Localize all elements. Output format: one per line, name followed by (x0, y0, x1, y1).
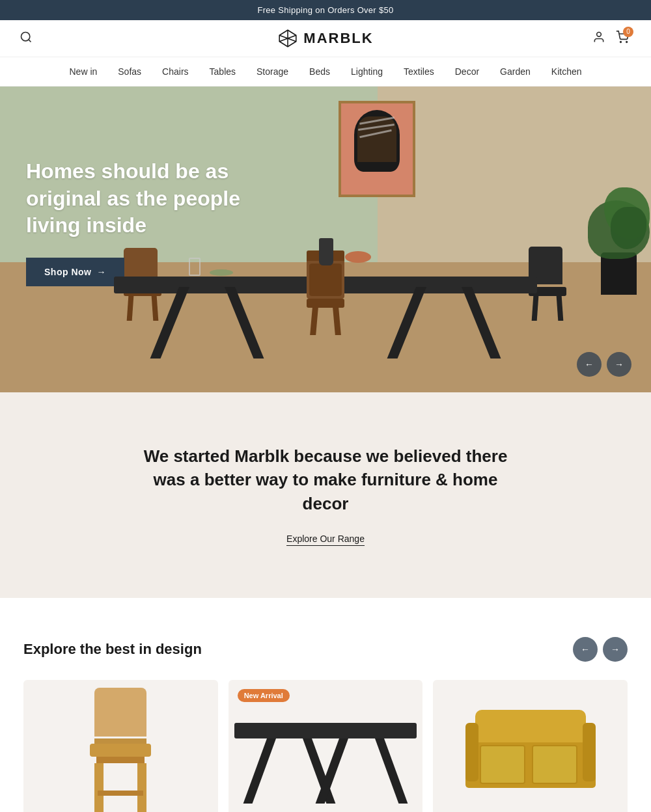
product-card-chair[interactable] (23, 680, 218, 812)
nav-item-chairs[interactable]: Chairs (162, 66, 188, 77)
products-prev-button[interactable]: ← (573, 637, 598, 662)
announcement-bar: Free Shipping on Orders Over $50 (0, 0, 651, 20)
next-arrow-icon: → (615, 359, 624, 370)
products-nav: ← → (573, 637, 628, 662)
products-section: Explore the best in design ← → (0, 598, 651, 812)
mission-section: We started Marblk because we believed th… (0, 392, 651, 598)
products-prev-icon: ← (581, 644, 590, 655)
site-logo[interactable]: MARBLK (277, 28, 373, 49)
header-right: 0 (592, 31, 631, 47)
nav-item-lighting[interactable]: Lighting (351, 66, 383, 77)
products-next-button[interactable]: → (603, 637, 628, 662)
hero-prev-button[interactable]: ← (577, 352, 602, 377)
logo-text: MARBLK (303, 30, 373, 47)
nav-item-new-in[interactable]: New in (69, 66, 97, 77)
explore-range-link[interactable]: Explore Our Range (286, 534, 365, 546)
products-grid: New Arrival (23, 680, 628, 812)
svg-point-3 (620, 41, 622, 42)
svg-point-4 (626, 41, 628, 42)
hero-next-button[interactable]: → (607, 352, 631, 377)
cart-icon[interactable]: 0 (616, 31, 629, 47)
wall-painting (339, 101, 415, 197)
nav-item-storage[interactable]: Storage (256, 66, 288, 77)
table-items (189, 258, 238, 278)
announcement-text: Free Shipping on Orders Over $50 (257, 5, 393, 15)
product-badge-new-arrival: New Arrival (238, 689, 290, 702)
logo-icon (277, 28, 298, 49)
products-section-title: Explore the best in design (23, 641, 202, 658)
header-left (20, 31, 59, 47)
nav-item-sofas[interactable]: Sofas (118, 66, 141, 77)
plant (601, 252, 637, 295)
product-card-sofa[interactable] (433, 680, 628, 812)
svg-point-0 (21, 32, 30, 40)
nav-item-garden[interactable]: Garden (500, 66, 531, 77)
shop-now-button[interactable]: Shop Now → (26, 258, 124, 286)
cart-count: 0 (623, 27, 633, 37)
nav-item-textiles[interactable]: Textiles (404, 66, 434, 77)
hero-headline: Homes should be as original as the peopl… (26, 158, 247, 239)
hero-section: Homes should be as original as the peopl… (0, 87, 651, 392)
shop-now-label: Shop Now (44, 267, 91, 277)
arrow-icon: → (96, 267, 106, 277)
svg-line-1 (29, 39, 31, 42)
svg-point-2 (597, 32, 602, 36)
products-next-icon: → (611, 644, 620, 655)
product-chair-illustration (65, 688, 176, 812)
hero-slider-nav: ← → (577, 352, 631, 377)
search-icon[interactable] (20, 31, 33, 47)
product-card-table[interactable]: New Arrival (229, 680, 423, 812)
account-icon[interactable] (592, 31, 605, 47)
nav-item-beds[interactable]: Beds (309, 66, 330, 77)
main-nav: New in Sofas Chairs Tables Storage Beds … (0, 57, 651, 87)
nav-item-kitchen[interactable]: Kitchen (551, 66, 582, 77)
mission-title: We started Marblk because we believed th… (143, 444, 508, 515)
nav-item-tables[interactable]: Tables (210, 66, 236, 77)
site-header: MARBLK 0 (0, 20, 651, 57)
products-header: Explore the best in design ← → (23, 637, 628, 662)
product-sofa-illustration (465, 697, 596, 812)
product-table-illustration (234, 697, 417, 812)
nav-item-decor[interactable]: Decor (455, 66, 479, 77)
prev-arrow-icon: ← (585, 359, 594, 370)
